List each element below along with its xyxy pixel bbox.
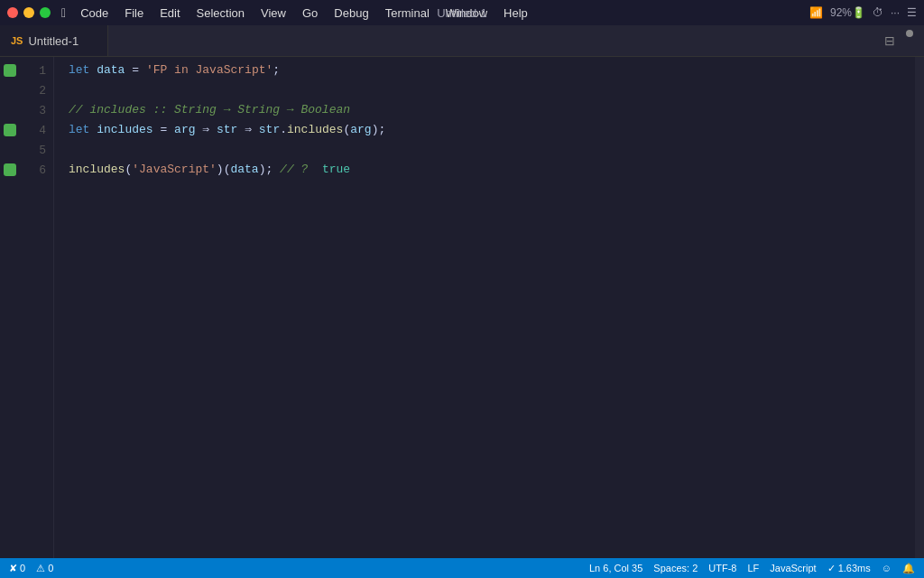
tab-language-icon: JS: [11, 35, 23, 46]
code-line-1: let data = 'FP in JavaScript';: [69, 61, 915, 80]
cursor-position[interactable]: Ln 6, Col 35: [589, 563, 642, 573]
menu-code[interactable]: Code: [73, 5, 116, 22]
line-number-2: 2: [16, 84, 53, 98]
menu-icon[interactable]: ☰: [907, 6, 917, 19]
unsaved-indicator: [906, 30, 913, 37]
menu-debug[interactable]: Debug: [327, 5, 375, 22]
indentation[interactable]: Spaces: 2: [653, 563, 698, 573]
editor: 1 2 3 4 5 6 let data = 'FP in JavaSc: [0, 57, 924, 558]
tab-actions: ⊟: [881, 30, 924, 51]
maximize-button[interactable]: [40, 7, 51, 18]
encoding[interactable]: UTF-8: [708, 563, 736, 573]
editor-scrollbar[interactable]: [915, 57, 924, 558]
window-title: Untitled-1: [437, 6, 487, 20]
gutter-line-3: 3: [0, 100, 53, 120]
tab-label: Untitled-1: [28, 34, 79, 48]
gutter-line-2: 2: [0, 80, 53, 100]
line-number-6: 6: [16, 163, 53, 177]
tab-bar: JS Untitled-1 ⊟: [0, 25, 924, 57]
menu-bar:  Code File Edit Selection View Go Debug…: [61, 5, 809, 22]
language-mode[interactable]: JavaScript: [770, 563, 816, 573]
line-number-1: 1: [16, 64, 53, 78]
status-bar: ✘ 0 ⚠ 0 Ln 6, Col 35 Spaces: 2 UTF-8 LF …: [0, 558, 924, 578]
menu-edit[interactable]: Edit: [152, 5, 187, 22]
network-icon: 📶: [809, 6, 823, 19]
warning-count[interactable]: ⚠ 0: [36, 563, 53, 574]
menu-selection[interactable]: Selection: [189, 5, 252, 22]
line-number-5: 5: [16, 144, 53, 157]
line-ending[interactable]: LF: [747, 563, 759, 573]
code-line-6: includes('JavaScript')(data); // ? true: [69, 160, 915, 180]
minimize-button[interactable]: [23, 7, 34, 18]
close-button[interactable]: [7, 7, 18, 18]
code-line-4: let includes = arg ⇒ str ⇒ str.includes(…: [69, 120, 915, 140]
notification-icon[interactable]: 🔔: [902, 563, 915, 574]
menu-help[interactable]: Help: [496, 5, 535, 22]
clock-icon: ⏱: [873, 6, 883, 19]
menu-file[interactable]: File: [117, 5, 151, 22]
code-line-5: [69, 140, 915, 160]
menu-terminal[interactable]: Terminal: [378, 5, 437, 22]
split-editor-button[interactable]: ⊟: [881, 30, 899, 51]
line-gutter: 1 2 3 4 5 6: [0, 57, 54, 558]
gutter-line-1: 1: [0, 61, 53, 80]
wifi-icon: 92%🔋: [830, 6, 865, 19]
apple-icon: : [61, 5, 66, 20]
code-line-2: [69, 80, 915, 100]
more-icon[interactable]: ···: [891, 6, 900, 19]
line-number-3: 3: [16, 104, 53, 117]
error-count[interactable]: ✘ 0: [9, 563, 25, 574]
menu-view[interactable]: View: [254, 5, 293, 22]
title-bar:  Code File Edit Selection View Go Debug…: [0, 0, 924, 25]
title-bar-right: 📶 92%🔋 ⏱ ··· ☰: [809, 6, 917, 19]
code-editor[interactable]: let data = 'FP in JavaScript'; // includ…: [54, 57, 915, 558]
gutter-line-6: 6: [0, 160, 53, 180]
status-left: ✘ 0 ⚠ 0: [9, 563, 53, 574]
breakpoint-4[interactable]: [4, 124, 16, 136]
breakpoint-1[interactable]: [4, 64, 16, 77]
status-right: Ln 6, Col 35 Spaces: 2 UTF-8 LF JavaScri…: [589, 563, 915, 574]
gutter-line-4: 4: [0, 120, 53, 140]
menu-go[interactable]: Go: [295, 5, 325, 22]
smiley-icon[interactable]: ☺: [882, 563, 892, 573]
editor-tab[interactable]: JS Untitled-1: [0, 25, 108, 56]
timing: ✓ 1.63ms: [827, 563, 871, 574]
traffic-lights: [7, 7, 51, 18]
breakpoint-6[interactable]: [4, 163, 16, 176]
line-number-4: 4: [16, 124, 53, 137]
code-line-3: // includes :: String → String → Boolean: [69, 100, 915, 120]
gutter-line-5: 5: [0, 140, 53, 160]
